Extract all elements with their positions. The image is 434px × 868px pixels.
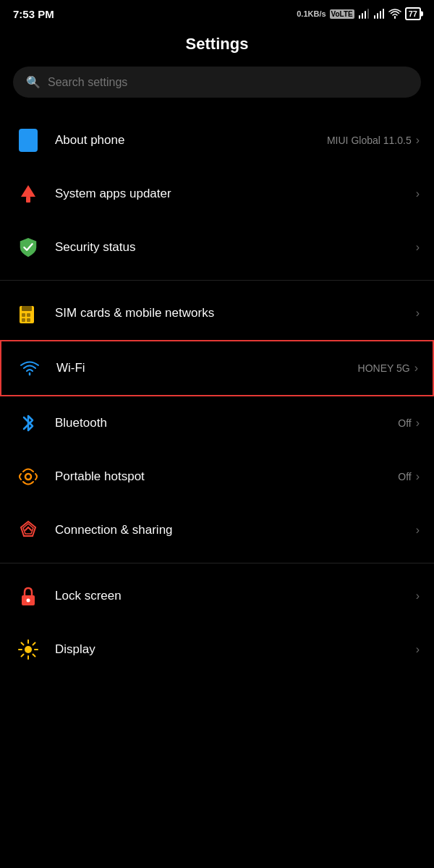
- lock-screen-right: ›: [416, 590, 420, 603]
- about-phone-label: About phone: [55, 133, 124, 148]
- bluetooth-label: Bluetooth: [55, 416, 107, 430]
- settings-list: About phone MIUI Global 11.0.5 › System …: [0, 114, 434, 676]
- svg-rect-4: [374, 15, 375, 19]
- system-apps-right: ›: [416, 187, 420, 200]
- display-icon: [14, 636, 42, 663]
- system-apps-chevron: ›: [416, 187, 420, 200]
- security-status-content: Security status ›: [55, 240, 420, 255]
- lock-screen-chevron: ›: [416, 590, 420, 603]
- hotspot-right: Off ›: [398, 470, 420, 483]
- system-update-icon: [14, 180, 42, 208]
- sidebar-item-sim-cards[interactable]: SIM cards & mobile networks ›: [0, 286, 434, 340]
- display-chevron: ›: [416, 643, 420, 656]
- signal-icon-1: [358, 9, 370, 19]
- security-status-chevron: ›: [416, 241, 420, 254]
- sidebar-item-wifi[interactable]: Wi-Fi HONEY 5G ›: [0, 340, 434, 396]
- bluetooth-chevron: ›: [416, 417, 420, 430]
- signal-icon-2: [373, 9, 385, 19]
- sidebar-item-lock-screen[interactable]: Lock screen ›: [0, 569, 434, 623]
- wifi-right: HONEY 5G ›: [358, 362, 418, 375]
- svg-point-20: [27, 599, 30, 603]
- about-phone-chevron: ›: [416, 134, 420, 147]
- svg-rect-12: [22, 313, 25, 317]
- status-right: 0.1KB/s VoLTE 77: [297, 7, 421, 20]
- hotspot-chevron: ›: [416, 470, 420, 483]
- connection-content: Connection & sharing ›: [55, 523, 420, 537]
- bluetooth-subtitle: Off: [398, 417, 411, 429]
- svg-point-16: [25, 474, 31, 480]
- wifi-label: Wi-Fi: [56, 361, 85, 375]
- svg-rect-5: [377, 13, 378, 19]
- svg-rect-11: [22, 306, 32, 311]
- svg-marker-8: [21, 185, 35, 197]
- sidebar-item-display[interactable]: Display ›: [0, 623, 434, 676]
- svg-rect-15: [27, 318, 30, 322]
- bluetooth-right: Off ›: [398, 417, 420, 430]
- svg-rect-0: [359, 15, 360, 19]
- speed-indicator: 0.1KB/s: [297, 9, 326, 18]
- hotspot-label: Portable hotspot: [55, 469, 145, 484]
- security-status-right: ›: [416, 241, 420, 254]
- sim-icon: [14, 299, 42, 327]
- svg-line-26: [22, 643, 24, 645]
- svg-rect-2: [365, 11, 366, 19]
- connection-chevron: ›: [416, 524, 420, 537]
- shield-icon: [14, 234, 42, 261]
- volte-icon: VoLTE: [330, 9, 354, 19]
- svg-rect-9: [26, 197, 30, 203]
- system-apps-label: System apps updater: [55, 187, 171, 201]
- sidebar-item-system-apps-updater[interactable]: System apps updater ›: [0, 167, 434, 221]
- svg-rect-6: [380, 11, 381, 19]
- search-icon: 🔍: [26, 75, 41, 89]
- display-label: Display: [55, 642, 95, 657]
- bluetooth-content: Bluetooth Off ›: [55, 416, 420, 430]
- connection-right: ›: [416, 524, 420, 537]
- connection-icon: [14, 516, 42, 544]
- hotspot-subtitle: Off: [398, 471, 411, 482]
- svg-rect-1: [362, 13, 363, 19]
- wifi-subtitle: HONEY 5G: [358, 362, 410, 374]
- search-input[interactable]: [48, 76, 408, 89]
- sidebar-item-portable-hotspot[interactable]: Portable hotspot Off ›: [0, 450, 434, 503]
- sidebar-item-security-status[interactable]: Security status ›: [0, 221, 434, 274]
- hotspot-icon: [14, 463, 42, 490]
- connection-label: Connection & sharing: [55, 523, 173, 537]
- svg-line-27: [33, 655, 35, 657]
- status-bar: 7:53 PM 0.1KB/s VoLTE 77: [0, 0, 434, 25]
- sim-cards-chevron: ›: [416, 307, 420, 320]
- bluetooth-icon: [14, 409, 42, 437]
- divider-2: [0, 563, 434, 563]
- lock-screen-label: Lock screen: [55, 589, 122, 603]
- phone-icon: [14, 127, 42, 154]
- sidebar-item-about-phone[interactable]: About phone MIUI Global 11.0.5 ›: [0, 114, 434, 167]
- lock-icon: [14, 582, 42, 610]
- display-right: ›: [416, 643, 420, 656]
- svg-rect-14: [22, 318, 25, 322]
- status-time: 7:53 PM: [13, 8, 54, 20]
- wifi-status-icon: [388, 9, 401, 19]
- search-bar[interactable]: 🔍: [13, 67, 421, 98]
- divider-1: [0, 280, 434, 281]
- lock-screen-content: Lock screen ›: [55, 589, 420, 603]
- wifi-chevron: ›: [414, 362, 418, 375]
- about-phone-subtitle: MIUI Global 11.0.5: [327, 135, 412, 146]
- sidebar-item-connection-sharing[interactable]: Connection & sharing ›: [0, 503, 434, 557]
- wifi-icon: [16, 354, 43, 382]
- svg-rect-3: [367, 9, 369, 19]
- svg-rect-13: [27, 313, 30, 317]
- about-phone-content: About phone MIUI Global 11.0.5 ›: [55, 133, 420, 148]
- battery-indicator: 77: [405, 7, 421, 20]
- sidebar-item-bluetooth[interactable]: Bluetooth Off ›: [0, 396, 434, 450]
- sim-cards-right: ›: [416, 307, 420, 320]
- svg-line-29: [22, 655, 24, 657]
- system-apps-content: System apps updater ›: [55, 187, 420, 201]
- display-content: Display ›: [55, 642, 420, 657]
- security-status-label: Security status: [55, 240, 136, 255]
- svg-line-28: [33, 643, 35, 645]
- sim-cards-label: SIM cards & mobile networks: [55, 306, 214, 320]
- wifi-content: Wi-Fi HONEY 5G ›: [56, 361, 418, 375]
- page-title: Settings: [0, 25, 434, 67]
- about-phone-right: MIUI Global 11.0.5 ›: [327, 134, 420, 147]
- svg-rect-7: [383, 9, 384, 19]
- hotspot-content: Portable hotspot Off ›: [55, 469, 420, 484]
